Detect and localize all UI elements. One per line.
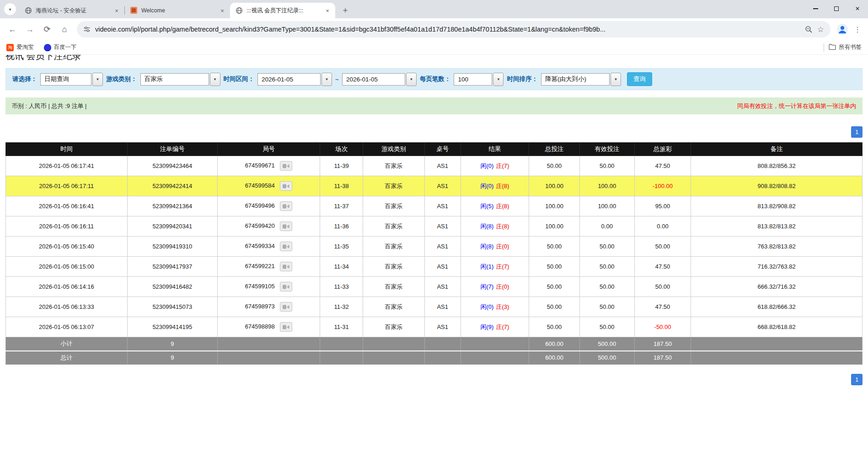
- home-button[interactable]: ⌂: [57, 22, 72, 37]
- select-label: 请选择：: [12, 75, 37, 83]
- chevron-down-icon[interactable]: ▼: [210, 73, 220, 86]
- table-body: 2026-01-05 06:17:41 523099423464 6745996…: [6, 156, 863, 337]
- video-replay-icon[interactable]: [280, 322, 292, 332]
- column-header: 注单编号: [127, 143, 217, 156]
- subtotal-count: 9: [127, 337, 217, 351]
- column-header: 场次: [320, 143, 363, 156]
- cell-note: 668.82/618.82: [691, 317, 863, 337]
- tab-close-icon[interactable]: ×: [323, 6, 332, 15]
- welcome-favicon-icon: [130, 7, 138, 14]
- bookmark-taobao[interactable]: 淘 爱淘宝: [6, 43, 34, 51]
- subtotal-total-bet: 600.00: [529, 337, 580, 351]
- cell-valid-bet: 50.00: [579, 277, 634, 297]
- forward-button[interactable]: →: [22, 22, 38, 37]
- tab-haiyan-forum[interactable]: 海燕论坛 - 安全验证 ×: [19, 3, 124, 18]
- cell-total-bet[interactable]: 100.00: [529, 176, 580, 196]
- cell-total-bet[interactable]: 50.00: [529, 277, 580, 297]
- minimize-button[interactable]: [805, 0, 826, 17]
- url-text: videoie.com/ipl/portal.php/game/betrecor…: [95, 26, 800, 33]
- video-replay-icon[interactable]: [280, 201, 292, 211]
- video-replay-icon[interactable]: [280, 161, 292, 171]
- cell-round-id: 674598973: [217, 297, 320, 317]
- site-info-icon[interactable]: [83, 26, 91, 33]
- cell-time: 2026-01-05 06:17:41: [6, 156, 128, 176]
- chevron-down-icon[interactable]: ▼: [406, 73, 417, 86]
- result-banker: 庄(8): [496, 183, 509, 189]
- video-replay-icon[interactable]: [280, 282, 292, 291]
- tab-bet-records-active[interactable]: :::视讯 会员下注纪录::: ×: [230, 3, 335, 18]
- subtotal-valid-bet: 500.00: [579, 337, 634, 351]
- cell-table-no: AS1: [424, 176, 461, 196]
- cell-note: 813.82/908.82: [691, 196, 863, 216]
- zoom-icon[interactable]: [805, 26, 813, 33]
- browser-menu-icon[interactable]: ⋮: [852, 25, 863, 34]
- page-1-button[interactable]: 1: [851, 126, 863, 138]
- tab-title: 海燕论坛 - 安全验证: [36, 7, 109, 15]
- cell-total-bet[interactable]: 50.00: [529, 237, 580, 257]
- cell-payout: 47.50: [634, 297, 691, 317]
- sort-input[interactable]: [541, 73, 610, 86]
- tab-welcome[interactable]: Welcome ×: [125, 3, 230, 18]
- result-banker: 庄(0): [496, 243, 509, 250]
- tab-search-button[interactable]: ▾: [4, 3, 16, 15]
- round-id-text: 674599105: [245, 283, 275, 290]
- page-size-input[interactable]: [454, 73, 492, 86]
- profile-avatar[interactable]: [835, 22, 850, 37]
- video-replay-icon[interactable]: [280, 302, 292, 312]
- result-banker: 庄(7): [496, 263, 509, 270]
- cell-total-bet[interactable]: 50.00: [529, 297, 580, 317]
- cell-note: 908.82/808.82: [691, 176, 863, 196]
- tab-close-icon[interactable]: ×: [218, 6, 226, 15]
- cell-valid-bet: 100.00: [579, 196, 634, 216]
- chevron-down-icon[interactable]: ▼: [493, 73, 504, 86]
- page-1-button[interactable]: 1: [851, 374, 863, 385]
- cell-total-bet[interactable]: 50.00: [529, 317, 580, 337]
- reload-button[interactable]: ⟳: [39, 22, 55, 37]
- bookmark-label: 百度一下: [54, 43, 77, 51]
- query-type-input[interactable]: [40, 73, 91, 86]
- cell-valid-bet: 50.00: [579, 257, 634, 277]
- all-bookmarks-button[interactable]: 所有书签: [829, 43, 862, 51]
- cell-session: 11-35: [320, 237, 363, 257]
- cell-bet-id: 523099416482: [127, 277, 217, 297]
- cell-table-no: AS1: [424, 237, 461, 257]
- video-replay-icon[interactable]: [280, 221, 292, 231]
- cell-time: 2026-01-05 06:15:00: [6, 257, 128, 277]
- column-header: 结果: [461, 143, 529, 156]
- close-window-button[interactable]: ✕: [847, 0, 868, 17]
- back-button[interactable]: ←: [5, 22, 20, 37]
- column-header: 备注: [691, 143, 863, 156]
- tab-close-icon[interactable]: ×: [113, 6, 121, 15]
- cell-session: 11-36: [320, 216, 363, 237]
- cell-total-bet[interactable]: 100.00: [529, 196, 580, 216]
- globe-favicon-icon: [236, 7, 243, 14]
- column-header: 总派彩: [634, 143, 691, 156]
- result-player: 闲(9): [481, 323, 494, 330]
- video-replay-icon[interactable]: [280, 181, 292, 191]
- chevron-down-icon[interactable]: ▼: [321, 73, 332, 86]
- bookmark-baidu[interactable]: 百度一下: [44, 43, 77, 51]
- cell-valid-bet: 50.00: [579, 317, 634, 337]
- cell-note: 763.82/813.82: [691, 237, 863, 257]
- bookmark-star-icon[interactable]: ☆: [817, 25, 824, 34]
- date-to-input[interactable]: [342, 73, 405, 86]
- maximize-button[interactable]: [826, 0, 847, 17]
- video-replay-icon[interactable]: [280, 262, 292, 271]
- currency-summary: 币别 : 人民币 | 总共 :9 注单 |: [12, 102, 87, 110]
- window-controls: ✕: [805, 0, 868, 17]
- cell-round-id: 674599420: [217, 216, 320, 237]
- chevron-down-icon[interactable]: ▼: [92, 73, 103, 86]
- cell-total-bet[interactable]: 100.00: [529, 216, 580, 237]
- cell-total-bet[interactable]: 50.00: [529, 156, 580, 176]
- cell-total-bet[interactable]: 50.00: [529, 257, 580, 277]
- video-replay-icon[interactable]: [280, 242, 292, 251]
- total-row: 总计 9 600.00 500.00 187.50: [6, 351, 863, 365]
- game-type-input[interactable]: [140, 73, 209, 86]
- address-bar[interactable]: videoie.com/ipl/portal.php/game/betrecor…: [77, 21, 830, 38]
- search-button[interactable]: 查询: [627, 72, 652, 86]
- chevron-down-icon[interactable]: ▼: [611, 73, 621, 86]
- new-tab-button[interactable]: +: [339, 4, 352, 17]
- date-from-input[interactable]: [257, 73, 321, 86]
- cell-game-type: 百家乐: [363, 257, 425, 277]
- round-id-text: 674599671: [245, 162, 275, 169]
